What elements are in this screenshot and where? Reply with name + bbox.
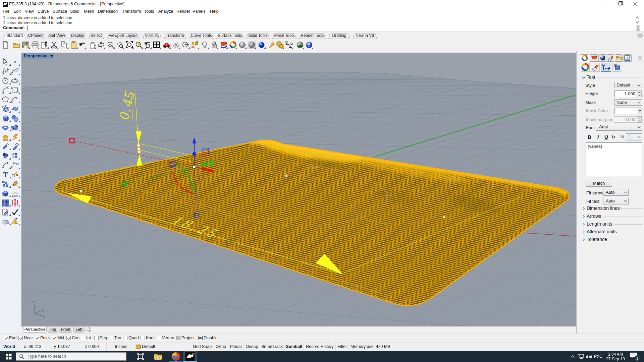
svg-text:z: z	[33, 299, 35, 304]
svg-text:x: x	[43, 314, 45, 319]
svg-text:1: 1	[636, 356, 638, 360]
svg-text:?: ?	[627, 56, 628, 59]
svg-text:T: T	[3, 171, 8, 179]
svg-text:?: ?	[308, 42, 311, 48]
svg-text:y: y	[42, 307, 44, 312]
svg-text:6: 6	[192, 352, 194, 356]
svg-text:6: 6	[6, 2, 7, 4]
